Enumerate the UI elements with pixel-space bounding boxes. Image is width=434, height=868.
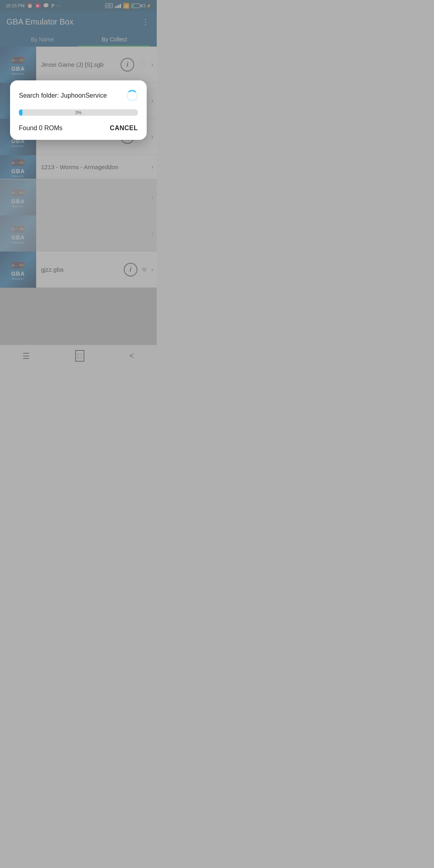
modal-overlay: Search folder: JuphoonService 3% Found 0… bbox=[0, 0, 157, 368]
search-dialog: Search folder: JuphoonService 3% Found 0… bbox=[10, 80, 147, 140]
cancel-button[interactable]: CANCEL bbox=[110, 125, 138, 132]
found-roms-text: Found 0 ROMs bbox=[19, 125, 62, 132]
progress-bar-fill bbox=[19, 109, 23, 116]
loading-spinner bbox=[127, 90, 138, 101]
dialog-title-row: Search folder: JuphoonService bbox=[19, 90, 138, 101]
dialog-title: Search folder: JuphoonService bbox=[19, 92, 107, 99]
dialog-footer: Found 0 ROMs CANCEL bbox=[19, 125, 138, 132]
progress-bar-container: 3% bbox=[19, 109, 138, 116]
progress-label: 3% bbox=[75, 110, 82, 115]
